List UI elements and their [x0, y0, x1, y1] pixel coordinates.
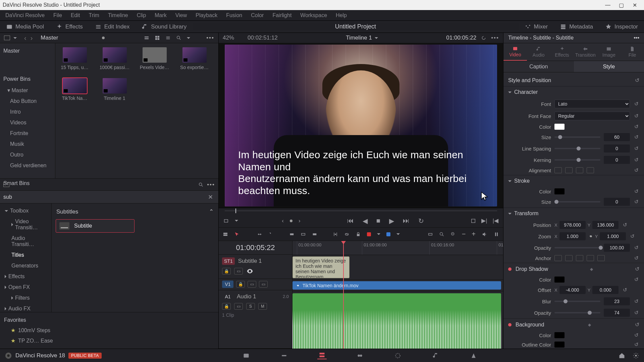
- list-strip-icon[interactable]: [144, 35, 149, 41]
- v-enable[interactable]: ▭: [259, 281, 268, 288]
- dynamic-trim-icon[interactable]: [257, 232, 262, 237]
- maximize-button[interactable]: ▢: [614, 2, 628, 8]
- zoom-full-icon[interactable]: [428, 232, 433, 237]
- page-edit[interactable]: [317, 352, 327, 359]
- opacity-slider[interactable]: [554, 247, 600, 248]
- trim-tool-icon[interactable]: [246, 232, 251, 237]
- viewer-zoom[interactable]: 42%: [223, 35, 243, 41]
- subtab-caption[interactable]: Caption: [503, 61, 574, 72]
- reset-icon[interactable]: ↺: [633, 277, 639, 283]
- align-left[interactable]: [554, 167, 562, 173]
- fx-group-collapse[interactable]: ⌃: [209, 208, 214, 215]
- stroke-hdr[interactable]: Stroke: [514, 178, 530, 184]
- menu-file[interactable]: File: [53, 12, 62, 18]
- pos-y[interactable]: 136.000: [592, 221, 619, 229]
- link-axes-icon[interactable]: [588, 234, 593, 239]
- metadata-toggle[interactable]: Metadata: [554, 21, 599, 33]
- step-back[interactable]: ◀: [363, 217, 368, 225]
- align-justify[interactable]: [587, 167, 594, 173]
- a-mute[interactable]: M: [258, 303, 267, 310]
- nav-back[interactable]: ‹: [24, 34, 26, 42]
- bin-view-toggle[interactable]: [4, 36, 10, 40]
- reset-icon[interactable]: ↺: [629, 233, 635, 239]
- reset-icon[interactable]: ↺: [633, 167, 639, 173]
- align-center[interactable]: [565, 167, 573, 173]
- keyframe-icon[interactable]: ◆: [588, 322, 591, 327]
- blade-tool-icon[interactable]: [268, 232, 274, 237]
- track-hdr-audio[interactable]: A1Audio 12.0 🔒 ▭ S M 1 Clip: [219, 290, 292, 349]
- clip-thumb[interactable]: Timeline 1: [99, 78, 130, 101]
- bin-path[interactable]: Master: [36, 35, 63, 41]
- thumb-view-icon[interactable]: [155, 35, 160, 41]
- flag-menu[interactable]: [377, 233, 380, 235]
- timeline-ruler[interactable]: 01:00:00:00 01:00:08:00 01:00:16:00 01:: [292, 241, 503, 255]
- size-slider[interactable]: [554, 136, 600, 138]
- opacity-value[interactable]: 100.00: [604, 244, 630, 252]
- fx-generators[interactable]: Generators: [0, 260, 51, 271]
- powerbin-item[interactable]: Abo Button: [0, 96, 55, 107]
- stroke-size-value[interactable]: 0: [604, 198, 630, 206]
- fullscreen-icon[interactable]: [471, 218, 476, 224]
- fx-search-input[interactable]: [3, 194, 206, 200]
- clip-thumb[interactable]: TikTok Na…: [59, 78, 91, 101]
- tab-transition[interactable]: Transition: [574, 43, 597, 61]
- fx-audio-trans[interactable]: Audio Transiti…: [0, 233, 51, 250]
- mark-in[interactable]: ▶|: [481, 217, 487, 224]
- char-color-swatch[interactable]: [554, 124, 565, 130]
- zoom-custom-icon[interactable]: [450, 232, 456, 237]
- anchor-mc[interactable]: [597, 255, 605, 261]
- viewer-canvas[interactable]: Im heutigen Video zeige ich Euch wie man…: [219, 43, 503, 208]
- flag-red[interactable]: [367, 232, 371, 236]
- fx-toolbox[interactable]: Toolbox: [0, 205, 51, 216]
- page-color[interactable]: [393, 352, 402, 359]
- settings-button[interactable]: [633, 352, 639, 359]
- dop-value[interactable]: 74: [604, 309, 630, 317]
- play-button[interactable]: ▶: [389, 217, 394, 225]
- reset-icon[interactable]: ↺: [633, 342, 639, 348]
- tab-effects[interactable]: Effects: [550, 43, 574, 61]
- list-view-icon[interactable]: [165, 35, 171, 41]
- zoom-out[interactable]: −: [462, 230, 466, 238]
- reset-icon[interactable]: ↺: [635, 321, 639, 328]
- audio-lane[interactable]: [292, 291, 503, 349]
- sound-library-toggle[interactable]: Sound Library: [136, 21, 193, 33]
- fx-openfx[interactable]: Open FX: [0, 282, 51, 293]
- search-menu[interactable]: [187, 37, 190, 39]
- font-select[interactable]: Lato: [554, 100, 630, 108]
- tab-file[interactable]: File: [621, 43, 644, 61]
- page-fairlight[interactable]: [431, 352, 440, 359]
- outline-swatch[interactable]: [554, 342, 565, 348]
- align-right[interactable]: [576, 167, 583, 173]
- blur-value[interactable]: 23: [604, 297, 630, 305]
- fx-video-trans[interactable]: Video Transiti…: [0, 216, 51, 233]
- v-lock[interactable]: 🔒: [236, 281, 245, 288]
- clip-thumb[interactable]: So exportie…: [178, 47, 210, 70]
- active-timeline-name[interactable]: Timeline 1: [346, 35, 372, 41]
- nav-fwd[interactable]: ›: [31, 34, 33, 42]
- a-lock[interactable]: 🔒: [222, 303, 231, 310]
- stop-button[interactable]: ■: [376, 217, 380, 225]
- bin-master[interactable]: Master: [0, 45, 55, 57]
- powerbin-item[interactable]: Videos: [0, 117, 55, 128]
- video-clip[interactable]: TikTok Namen ändern.mov: [292, 281, 501, 290]
- menu-clip[interactable]: Clip: [137, 12, 146, 18]
- loop-range-icon[interactable]: [481, 35, 486, 41]
- tab-image[interactable]: Image: [597, 43, 621, 61]
- drop-color-swatch[interactable]: [554, 277, 565, 283]
- reset-icon[interactable]: ↺: [633, 298, 639, 304]
- inspector-toggle[interactable]: Inspector: [599, 21, 644, 33]
- drop-enable-led[interactable]: [508, 267, 512, 271]
- match-frame[interactable]: [290, 220, 292, 222]
- in-out-menu[interactable]: [235, 220, 238, 222]
- bg-hdr[interactable]: Background: [516, 322, 544, 328]
- track-hdr-video[interactable]: V1 🔒 ▭ ▭: [219, 279, 292, 290]
- timeline-tracks[interactable]: 01:00:00:00 01:00:08:00 01:00:16:00 01: …: [292, 241, 503, 349]
- go-end[interactable]: ⏭: [403, 217, 410, 225]
- viewer-scrubber[interactable]: [225, 208, 497, 214]
- keyframe-icon[interactable]: ◆: [590, 267, 593, 272]
- reset-icon[interactable]: ↺: [622, 222, 628, 228]
- blur-slider[interactable]: [554, 301, 600, 302]
- a-solo[interactable]: S: [246, 303, 255, 310]
- close-button[interactable]: ✕: [628, 2, 641, 8]
- bg-color-swatch[interactable]: [554, 332, 565, 338]
